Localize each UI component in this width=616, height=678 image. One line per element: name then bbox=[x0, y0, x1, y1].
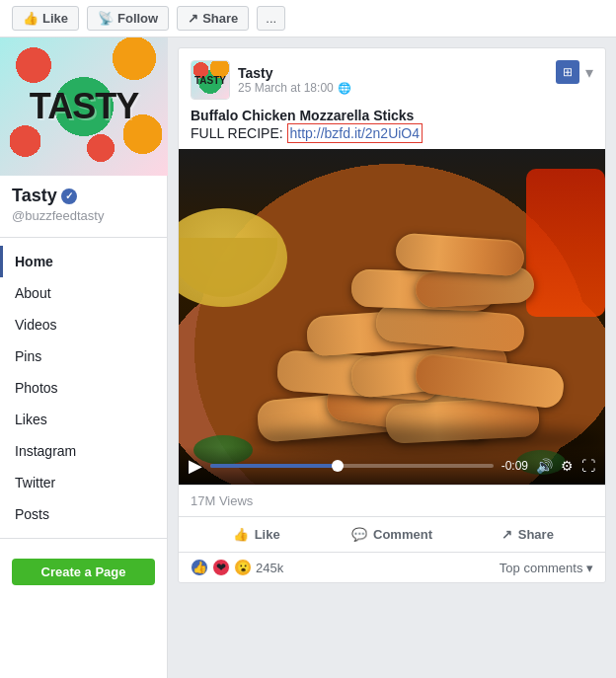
post-meta: 25 March at 18:00 🌐 bbox=[238, 81, 351, 95]
sidebar-link-pins[interactable]: Pins bbox=[0, 340, 167, 372]
sidebar-link-about[interactable]: About bbox=[0, 277, 167, 309]
progress-fill bbox=[210, 464, 338, 468]
cover-title: TASTY bbox=[30, 86, 138, 127]
page-username: @buzzfeedtasty bbox=[12, 208, 155, 223]
post-actions: 👍 Like 💬 Comment ↗ Share bbox=[179, 516, 605, 552]
post-stats: 17M Views bbox=[179, 485, 605, 516]
sidebar-link-posts[interactable]: Posts bbox=[0, 498, 167, 530]
progress-bar[interactable] bbox=[210, 464, 494, 468]
post-author: TASTY Tasty 25 March at 18:00 🌐 bbox=[191, 60, 351, 100]
sidebar-link-twitter[interactable]: Twitter bbox=[0, 467, 167, 498]
sidebar-link-likes[interactable]: Likes bbox=[0, 404, 167, 435]
play-button[interactable]: ▶ bbox=[189, 455, 202, 477]
post-title: Buffalo Chicken Mozzarella Sticks bbox=[191, 108, 593, 123]
thumbs-up-icon: 👍 bbox=[233, 527, 249, 542]
sidebar-item-posts[interactable]: Posts bbox=[0, 498, 167, 530]
sidebar-nav: Home About Videos Pins Photos Likes Inst… bbox=[0, 246, 167, 530]
avatar-text: TASTY bbox=[194, 75, 226, 86]
more-button[interactable]: ... bbox=[257, 6, 285, 31]
fullscreen-icon[interactable]: ⛶ bbox=[581, 458, 595, 474]
sidebar-link-home[interactable]: Home bbox=[0, 246, 167, 277]
sidebar-item-videos[interactable]: Videos bbox=[0, 309, 167, 340]
sidebar-item-likes[interactable]: Likes bbox=[0, 404, 167, 435]
comment-action-button[interactable]: 💬 Comment bbox=[326, 521, 457, 548]
verified-badge: ✓ bbox=[61, 188, 77, 204]
post-header-actions: ⊞ ▾ bbox=[556, 60, 593, 84]
chevron-down-icon[interactable]: ▾ bbox=[585, 63, 593, 82]
video-container[interactable]: ▶ -0:09 🔊 ⚙ ⛶ bbox=[179, 149, 605, 485]
sidebar-item-pins[interactable]: Pins bbox=[0, 340, 167, 372]
like-reaction: 👍 bbox=[191, 559, 208, 576]
share-button[interactable]: ↗ Share bbox=[177, 6, 249, 31]
sidebar: TASTY Tasty ✓ @buzzfeedtasty Home About … bbox=[0, 38, 168, 678]
wow-reaction: 😮 bbox=[234, 559, 252, 576]
video-thumbnail bbox=[179, 149, 605, 485]
share-icon: ↗ bbox=[188, 11, 198, 26]
thumbs-up-icon: 👍 bbox=[23, 11, 38, 26]
sidebar-item-instagram[interactable]: Instagram bbox=[0, 435, 167, 467]
sidebar-item-photos[interactable]: Photos bbox=[0, 372, 167, 404]
food-sticks bbox=[179, 149, 605, 485]
sidebar-divider bbox=[0, 237, 167, 238]
reactions-bar: 👍 ❤ 😮 245k Top comments ▾ bbox=[179, 552, 605, 582]
comment-icon: 💬 bbox=[351, 527, 367, 542]
post-recipe-text: FULL RECIPE: http://bzfd.it/2n2UiO4 bbox=[191, 125, 593, 141]
sidebar-profile: Tasty ✓ @buzzfeedtasty bbox=[0, 176, 167, 229]
share-action-button[interactable]: ↗ Share bbox=[462, 521, 593, 548]
settings-icon[interactable]: ⚙ bbox=[561, 458, 574, 474]
top-bar: 👍 Like 📡 Follow ↗ Share ... bbox=[0, 0, 616, 38]
post-author-info: Tasty 25 March at 18:00 🌐 bbox=[238, 65, 351, 95]
sidebar-link-instagram[interactable]: Instagram bbox=[0, 435, 167, 467]
sidebar-link-photos[interactable]: Photos bbox=[0, 372, 167, 404]
sidebar-cover: TASTY bbox=[0, 38, 168, 176]
volume-icon[interactable]: 🔊 bbox=[536, 458, 553, 474]
time-remaining: -0:09 bbox=[501, 459, 528, 473]
sidebar-item-home[interactable]: Home bbox=[0, 246, 167, 277]
like-action-button[interactable]: 👍 Like bbox=[191, 521, 322, 548]
share-icon: ↗ bbox=[501, 527, 512, 542]
sidebar-item-twitter[interactable]: Twitter bbox=[0, 467, 167, 498]
sidebar-link-videos[interactable]: Videos bbox=[0, 309, 167, 340]
progress-dot bbox=[332, 460, 344, 472]
reaction-icons: 👍 ❤ 😮 245k bbox=[191, 559, 283, 576]
video-controls: ▶ -0:09 🔊 ⚙ ⛶ bbox=[179, 447, 605, 485]
like-button[interactable]: 👍 Like bbox=[12, 6, 79, 31]
globe-icon: 🌐 bbox=[338, 82, 351, 95]
post-content: Buffalo Chicken Mozzarella Sticks FULL R… bbox=[179, 108, 605, 149]
page-name: Tasty ✓ bbox=[12, 186, 155, 206]
sidebar-divider-2 bbox=[0, 538, 167, 539]
rss-icon: 📡 bbox=[98, 11, 114, 26]
views-count: 17M Views bbox=[191, 493, 253, 508]
bookmark-icon: ⊞ bbox=[563, 65, 573, 79]
love-reaction: ❤ bbox=[212, 559, 230, 576]
follow-button[interactable]: 📡 Follow bbox=[87, 6, 169, 31]
post-card: TASTY Tasty 25 March at 18:00 🌐 ⊞ ▾ bbox=[178, 47, 606, 583]
recipe-link[interactable]: http://bzfd.it/2n2UiO4 bbox=[287, 123, 424, 143]
post-header: TASTY Tasty 25 March at 18:00 🌐 ⊞ ▾ bbox=[179, 48, 605, 108]
main-layout: TASTY Tasty ✓ @buzzfeedtasty Home About … bbox=[0, 38, 616, 678]
top-comments-button[interactable]: Top comments ▾ bbox=[500, 561, 593, 575]
feed: TASTY Tasty 25 March at 18:00 🌐 ⊞ ▾ bbox=[168, 38, 616, 678]
bookmark-button[interactable]: ⊞ bbox=[556, 60, 579, 84]
reactions-count: 245k bbox=[256, 561, 283, 575]
avatar: TASTY bbox=[191, 60, 230, 100]
author-name[interactable]: Tasty bbox=[238, 65, 351, 81]
create-page-button[interactable]: Create a Page bbox=[12, 559, 155, 585]
sidebar-item-about[interactable]: About bbox=[0, 277, 167, 309]
